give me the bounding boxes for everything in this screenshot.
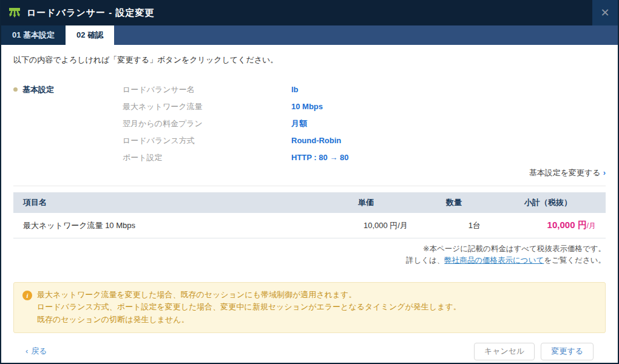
summary-fields: ロードバランサー名 lb 最大ネットワーク流量 10 Mbps 翌月からの料金プ… bbox=[123, 81, 606, 166]
field-label: ロードバランス方式 bbox=[123, 132, 291, 149]
cell-quantity: 1台 bbox=[418, 213, 490, 238]
basic-settings-summary: 基本設定 ロードバランサー名 lb 最大ネットワーク流量 10 Mbps 翌月か… bbox=[13, 81, 606, 166]
field-row-max-traffic: 最大ネットワーク流量 10 Mbps bbox=[123, 98, 606, 115]
price-table: 項目名 単価 数量 小計（税抜） 最大ネットワーク流量 10 Mbps 10,0… bbox=[13, 192, 606, 238]
footer-buttons: キャンセル 変更する bbox=[474, 343, 594, 360]
field-row-plan: 翌月からの料金プラン 月額 bbox=[123, 115, 606, 132]
subtotal-unit: /月 bbox=[587, 221, 596, 230]
tax-note-line2: 詳しくは、弊社商品の価格表示についてをご覧ください。 bbox=[13, 255, 606, 266]
column-header-quantity: 数量 bbox=[418, 192, 490, 213]
cell-unit-price: 10,000 円/月 bbox=[314, 213, 418, 238]
section-label-basic-settings: 基本設定 bbox=[13, 81, 123, 166]
dialog-header: ロードバランサー - 設定変更 ✕ bbox=[1, 0, 618, 25]
cell-item: 最大ネットワーク流量 10 Mbps bbox=[13, 213, 314, 238]
chevron-left-icon: ‹ bbox=[25, 346, 28, 356]
dialog-footer: ‹戻る キャンセル 変更する bbox=[13, 333, 606, 360]
instruction-text: 以下の内容でよろしければ「変更する」ボタンをクリックしてください。 bbox=[13, 55, 606, 66]
field-label: ポート設定 bbox=[123, 149, 291, 166]
close-button[interactable]: ✕ bbox=[592, 0, 618, 25]
edit-basic-settings-link[interactable]: 基本設定を変更する› bbox=[529, 168, 606, 177]
chevron-right-icon: › bbox=[603, 168, 606, 177]
separator bbox=[13, 186, 606, 186]
notice-line: 既存のセッションの切断は発生しません。 bbox=[37, 314, 461, 326]
field-row-balance-method: ロードバランス方式 Round-Robin bbox=[123, 132, 606, 149]
cell-subtotal: 10,000 円/月 bbox=[490, 213, 606, 238]
load-balancer-icon bbox=[7, 5, 22, 20]
table-row: 最大ネットワーク流量 10 Mbps 10,000 円/月 1台 10,000 … bbox=[13, 213, 606, 238]
notice-line: ロードバランス方式、ポート設定を変更した場合、変更中に新規セッションがエラーとな… bbox=[37, 301, 461, 314]
column-header-unit-price: 単価 bbox=[314, 192, 418, 213]
price-display-link[interactable]: 弊社商品の価格表示について bbox=[444, 256, 544, 265]
field-label: ロードバランサー名 bbox=[123, 81, 291, 98]
dialog-body: 以下の内容でよろしければ「変更する」ボタンをクリックしてください。 基本設定 ロ… bbox=[1, 45, 618, 363]
field-value: Round-Robin bbox=[291, 132, 341, 149]
subtotal-amount: 10,000 円 bbox=[547, 220, 587, 230]
field-value: lb bbox=[291, 81, 299, 98]
tab-confirm[interactable]: 02 確認 bbox=[66, 25, 114, 45]
column-header-subtotal: 小計（税抜） bbox=[490, 192, 606, 213]
submit-button[interactable]: 変更する bbox=[541, 343, 594, 360]
price-table-header-row: 項目名 単価 数量 小計（税抜） bbox=[13, 192, 606, 213]
edit-link-row: 基本設定を変更する› bbox=[13, 167, 606, 178]
back-link[interactable]: ‹戻る bbox=[25, 346, 47, 357]
field-label: 最大ネットワーク流量 bbox=[123, 98, 291, 115]
notice-text: 最大ネットワーク流量を変更した場合、既存のセッションにも帯域制御が適用されます。… bbox=[37, 289, 461, 326]
bullet-icon bbox=[13, 87, 18, 92]
tab-bar: 01 基本設定 02 確認 bbox=[1, 25, 618, 45]
load-balancer-settings-dialog: ロードバランサー - 設定変更 ✕ 01 基本設定 02 確認 以下の内容でよろ… bbox=[0, 0, 619, 364]
field-value: HTTP : 80 → 80 bbox=[291, 149, 348, 166]
notice-box: i 最大ネットワーク流量を変更した場合、既存のセッションにも帯域制御が適用されま… bbox=[13, 282, 606, 333]
cancel-button[interactable]: キャンセル bbox=[474, 343, 535, 360]
notice-line: 最大ネットワーク流量を変更した場合、既存のセッションにも帯域制御が適用されます。 bbox=[37, 289, 461, 302]
tab-basic-settings[interactable]: 01 基本設定 bbox=[1, 25, 66, 45]
info-icon: i bbox=[22, 291, 32, 300]
tax-note: ※本ページに記載の料金はすべて税抜表示価格です。 詳しくは、弊社商品の価格表示に… bbox=[13, 243, 606, 266]
dialog-title: ロードバランサー - 設定変更 bbox=[27, 7, 154, 19]
column-header-item: 項目名 bbox=[13, 192, 314, 213]
field-row-port: ポート設定 HTTP : 80 → 80 bbox=[123, 149, 606, 166]
field-row-name: ロードバランサー名 lb bbox=[123, 81, 606, 98]
close-icon: ✕ bbox=[600, 7, 609, 19]
field-label: 翌月からの料金プラン bbox=[123, 115, 291, 132]
field-value: 月額 bbox=[291, 115, 307, 132]
field-value: 10 Mbps bbox=[291, 98, 323, 115]
tax-note-line1: ※本ページに記載の料金はすべて税抜表示価格です。 bbox=[13, 243, 606, 255]
